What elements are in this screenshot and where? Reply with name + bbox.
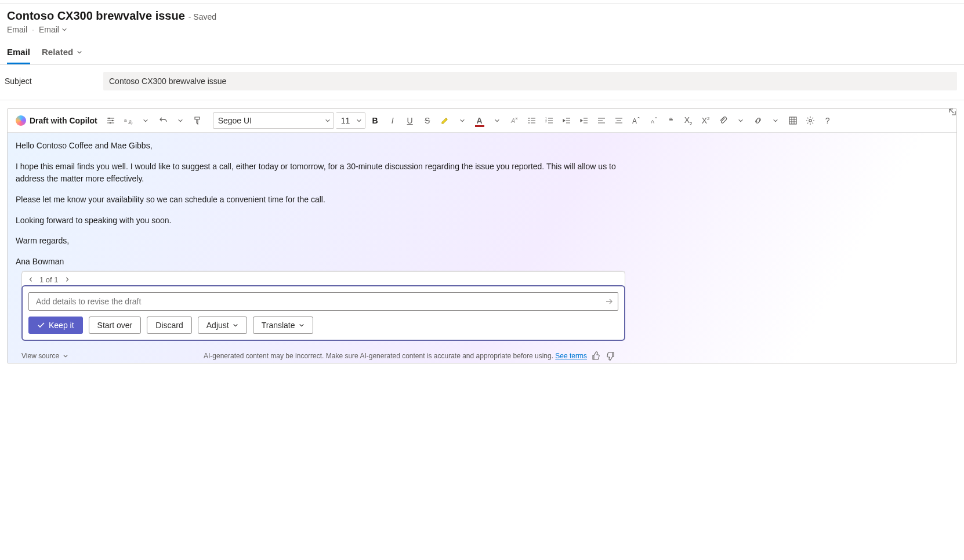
chevron-down-icon xyxy=(61,27,67,32)
font-size-select-wrap xyxy=(336,112,365,129)
chevron-left-icon xyxy=(28,277,34,282)
thumbs-down-button[interactable] xyxy=(606,351,615,361)
start-over-button[interactable]: Start over xyxy=(89,317,142,334)
keep-it-label: Keep it xyxy=(49,321,74,330)
subject-label: Subject xyxy=(5,77,103,86)
increase-font-button[interactable]: A xyxy=(629,112,644,129)
link-button[interactable] xyxy=(751,112,766,129)
view-source-button[interactable]: View source xyxy=(21,352,68,360)
strikethrough-button[interactable]: S xyxy=(420,112,435,129)
align-center-icon xyxy=(614,116,624,125)
thumbs-up-icon xyxy=(592,351,601,361)
numbered-list-button[interactable]: 12 xyxy=(542,112,557,129)
svg-point-0 xyxy=(108,118,110,119)
bold-button[interactable]: B xyxy=(368,112,383,129)
superscript-button[interactable]: X2 xyxy=(698,112,713,129)
copilot-label: Draft with Copilot xyxy=(30,116,97,125)
link-icon xyxy=(753,116,763,125)
help-button[interactable]: ? xyxy=(820,112,835,129)
undo-icon xyxy=(158,116,168,125)
sliders-icon xyxy=(106,116,115,125)
chevron-down-icon xyxy=(177,118,183,123)
chevron-right-icon xyxy=(64,277,70,282)
font-family-select-wrap xyxy=(213,112,334,129)
translate-button[interactable]: Translate xyxy=(253,317,313,334)
pager-next[interactable] xyxy=(64,275,70,284)
email-body-area[interactable]: Hello Contoso Coffee and Mae Gibbs, I ho… xyxy=(8,133,956,363)
language-dropdown[interactable] xyxy=(138,112,153,129)
copilot-panel: 1 of 1 Keep it St xyxy=(21,271,625,341)
subscript-button[interactable]: X2 xyxy=(681,112,696,129)
tab-email[interactable]: Email xyxy=(7,42,30,64)
draft-line: Please let me know your availability so … xyxy=(16,194,619,206)
align-left-button[interactable] xyxy=(594,112,609,129)
draft-with-copilot-button[interactable]: Draft with Copilot xyxy=(12,112,101,129)
chevron-down-icon xyxy=(494,118,500,123)
svg-text:A: A xyxy=(510,117,515,124)
chevron-down-icon xyxy=(233,322,238,328)
increase-indent-button[interactable] xyxy=(577,112,592,129)
quote-button[interactable]: ❝ xyxy=(664,112,679,129)
pop-out-button[interactable] xyxy=(948,107,958,118)
discard-button[interactable]: Discard xyxy=(147,317,191,334)
clear-formatting-button[interactable]: A xyxy=(507,112,522,129)
font-family-select[interactable] xyxy=(213,112,334,129)
highlight-button[interactable] xyxy=(437,112,452,129)
bullet-list-button[interactable] xyxy=(524,112,539,129)
attach-button[interactable] xyxy=(716,112,731,129)
revise-input[interactable] xyxy=(28,292,618,311)
draft-line: I hope this email finds you well. I woul… xyxy=(16,161,619,186)
svg-point-6 xyxy=(528,118,530,119)
svg-rect-13 xyxy=(789,117,796,124)
paintbrush-icon xyxy=(193,116,202,125)
italic-button[interactable]: I xyxy=(385,112,400,129)
language-button[interactable]: aあ xyxy=(121,112,136,129)
tab-related[interactable]: Related xyxy=(42,42,82,64)
adjust-button[interactable]: Adjust xyxy=(198,317,247,334)
undo-dropdown[interactable] xyxy=(173,112,188,129)
subject-input[interactable] xyxy=(103,72,957,90)
breadcrumb-root[interactable]: Email xyxy=(7,25,27,34)
format-painter-button[interactable] xyxy=(190,112,205,129)
revise-section: Keep it Start over Discard Adjust Transl… xyxy=(21,285,625,341)
header-region: Contoso CX300 brewvalve issue - Saved Em… xyxy=(0,3,964,65)
undo-button[interactable] xyxy=(155,112,171,129)
outdent-icon xyxy=(562,116,571,125)
breadcrumb-entity-label: Email xyxy=(39,25,59,34)
breadcrumb-entity-dropdown[interactable]: Email xyxy=(39,25,67,34)
svg-text:A: A xyxy=(632,117,637,125)
table-button[interactable] xyxy=(785,112,800,129)
align-left-icon xyxy=(597,116,606,125)
copilot-settings-button[interactable] xyxy=(103,112,118,129)
thumbs-up-button[interactable] xyxy=(592,351,601,361)
link-dropdown[interactable] xyxy=(768,112,783,129)
font-size-select[interactable] xyxy=(336,112,365,129)
page-title: Contoso CX300 brewvalve issue xyxy=(7,9,185,23)
tab-related-label: Related xyxy=(42,47,73,57)
subject-row: Subject xyxy=(0,65,964,100)
attach-dropdown[interactable] xyxy=(733,112,748,129)
font-color-dropdown[interactable] xyxy=(490,112,505,129)
decrease-font-button[interactable]: A xyxy=(646,112,661,129)
font-color-button[interactable]: A xyxy=(472,112,487,129)
see-terms-link[interactable]: See terms xyxy=(555,352,587,360)
highlighter-icon xyxy=(440,116,450,125)
highlight-dropdown[interactable] xyxy=(455,112,470,129)
svg-text:a: a xyxy=(124,118,127,123)
gear-icon xyxy=(806,116,815,125)
underline-button[interactable]: U xyxy=(403,112,418,129)
align-center-button[interactable] xyxy=(611,112,626,129)
font-decrease-icon: A xyxy=(649,116,658,125)
thumbs-down-icon xyxy=(606,351,615,361)
pager-prev[interactable] xyxy=(28,275,34,284)
copilot-footer: View source AI-generated content may be … xyxy=(16,347,616,363)
editor-settings-button[interactable] xyxy=(803,112,818,129)
draft-line: Ana Bowman xyxy=(16,256,619,268)
decrease-indent-button[interactable] xyxy=(559,112,574,129)
svg-text:あ: あ xyxy=(128,119,133,125)
send-revision-button[interactable] xyxy=(604,297,614,306)
font-color-swatch xyxy=(475,125,484,127)
keep-it-button[interactable]: Keep it xyxy=(28,317,83,334)
draft-line: Looking forward to speaking with you soo… xyxy=(16,214,619,227)
draft-line: Hello Contoso Coffee and Mae Gibbs, xyxy=(16,140,619,152)
